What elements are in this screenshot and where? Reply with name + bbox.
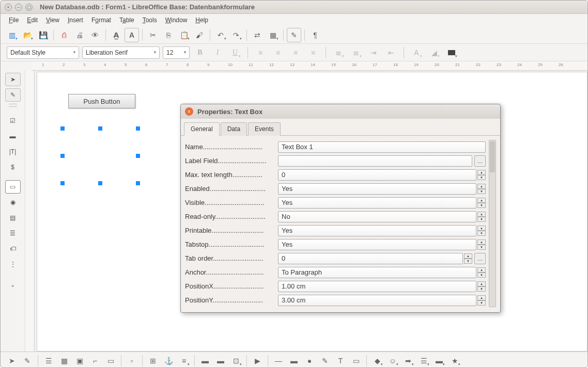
align-left-icon[interactable]: ≡ [253,45,268,60]
prop-input[interactable] [278,155,472,167]
menu-help[interactable]: Help [191,15,212,25]
arrows-icon[interactable]: ➡ [401,354,415,368]
font-size-combo[interactable]: 12▼ [163,46,190,59]
window-minimize-icon[interactable]: – [15,4,22,11]
text-tool-icon[interactable]: T [333,354,348,368]
prop-input[interactable]: Yes [278,183,476,195]
paste-icon[interactable]: 📋 [177,28,191,42]
basic-shapes-icon[interactable]: ◆ [370,354,384,368]
tab-data[interactable]: Data [221,122,247,136]
dialog-scrollbar[interactable] [489,140,496,307]
prop-spinner[interactable]: ▲▼ [477,170,486,180]
prop-spinner[interactable]: ▲▼ [477,281,486,292]
push-button-control-icon[interactable]: ▭ [5,180,21,194]
select-tool-icon[interactable]: ➤ [5,73,21,86]
prop-input[interactable]: 3.00 cm [278,295,476,306]
menu-view[interactable]: View [42,15,64,25]
font-name-combo[interactable]: Liberation Serif▼ [82,46,160,59]
control-props-icon[interactable]: ☰ [41,354,56,368]
line-tool-icon[interactable]: — [271,354,286,368]
resize-handle-sw[interactable] [60,181,65,185]
prop-spinner[interactable]: ▲▼ [477,239,486,250]
prop-input[interactable]: 0 [278,169,476,181]
prop-input[interactable]: 1.00 cm [278,281,476,292]
highlight-color-icon[interactable]: ◢ [427,45,441,60]
add-field-icon[interactable]: ▭ [103,354,118,368]
list-box-icon[interactable]: ▤ [5,211,21,225]
prop-input[interactable]: Yes [278,225,476,236]
formatted-field-icon[interactable]: |T| [5,145,21,158]
freeform-tool-icon[interactable]: ✎ [318,354,332,368]
menu-window[interactable]: Window [161,15,192,25]
prop-input[interactable]: Yes [278,239,476,250]
prop-spinner[interactable]: ▲▼ [477,267,486,278]
resize-handle-ne[interactable] [136,126,140,131]
align-tool-icon[interactable]: ≡ [177,354,191,368]
activation-order-icon[interactable]: ▫ [125,354,139,368]
currency-field-icon[interactable]: $ [5,161,21,174]
bring-front-icon[interactable]: ▬ [198,354,212,368]
group-icon[interactable]: ⊡ [229,354,243,368]
menu-edit[interactable]: Edit [23,15,42,25]
numbering-icon[interactable]: ≣ [349,45,363,60]
prop-spinner[interactable]: ▲▼ [477,212,486,222]
draw-functions-icon[interactable]: ✎ [287,28,301,42]
control-wizards-icon[interactable] [8,104,18,107]
menu-tools[interactable]: Tools [138,15,161,25]
tab-general[interactable]: General [184,122,220,136]
design-mode-toggle-icon[interactable]: ✎ [20,354,35,368]
prop-input[interactable]: No [278,211,476,222]
background-color-icon[interactable] [444,45,459,60]
window-close-icon[interactable]: × [5,4,12,11]
formatting-marks-icon[interactable]: ¶ [308,28,322,42]
form-props-icon[interactable]: ▦ [57,354,71,368]
find-replace-icon[interactable]: ⇄ [250,28,265,42]
prop-browse-button[interactable]: … [474,253,486,264]
callout-tool-icon[interactable]: ▭ [349,354,363,368]
textbox-control-icon[interactable]: ▬ [5,130,21,143]
underline-icon[interactable]: U [228,45,242,60]
align-center-icon[interactable]: ≡ [271,45,285,60]
prop-input[interactable]: Yes [278,197,476,209]
copy-icon[interactable]: ⎘ [161,28,176,42]
print-icon[interactable]: 🖨 [72,28,87,42]
undo-icon[interactable]: ↶ [213,28,228,42]
redo-icon[interactable]: ↷ [229,28,243,42]
menu-table[interactable]: Table [115,15,138,25]
increase-indent-icon[interactable]: ⇥ [366,45,381,60]
stars-icon[interactable]: ★ [447,354,462,368]
window-maximize-icon[interactable]: ▢ [25,4,33,11]
italic-icon[interactable]: I [210,45,225,60]
prop-input[interactable]: To Paragraph [278,267,476,278]
resize-handle-se[interactable] [136,181,140,185]
anchor-tool-icon[interactable]: ⚓ [161,354,176,368]
tab-events[interactable]: Events [248,122,281,136]
print-preview-icon[interactable]: 👁 [88,28,102,42]
resize-handle-n[interactable] [98,126,102,131]
resize-handle-e[interactable] [136,154,140,158]
prop-input[interactable]: Text Box 1 [278,141,486,153]
rect-tool-icon[interactable]: ▬ [287,354,301,368]
push-button-control[interactable]: Push Button [68,94,135,108]
option-button-icon[interactable]: ◉ [5,196,21,209]
align-justify-icon[interactable]: ≡ [306,45,320,60]
dialog-titlebar[interactable]: × Properties: Text Box [181,104,500,119]
vertical-ruler[interactable] [25,71,35,351]
decrease-indent-icon[interactable]: ⇤ [384,45,398,60]
resize-handle-nw[interactable] [60,126,65,131]
label-field-icon[interactable]: 🏷 [5,242,21,255]
design-mode-icon[interactable]: ✎ [5,88,21,102]
clone-format-icon[interactable]: 🖌 [192,28,207,42]
paragraph-style-combo[interactable]: Default Style▼ [7,46,79,59]
new-icon[interactable]: ▥ [5,28,19,42]
properties-dialog[interactable]: × Properties: Text Box General Data Even… [180,104,501,313]
autocorrect-icon[interactable]: A [125,28,139,42]
resize-handle-s[interactable] [98,181,102,185]
tab-order-icon[interactable]: ⌐ [88,354,102,368]
prop-spinner[interactable]: ▲▼ [477,184,486,194]
prop-spinner[interactable]: ▲▼ [477,226,486,236]
spellcheck-icon[interactable]: A̲ [109,28,123,42]
export-pdf-icon[interactable]: ⎙ [57,28,71,42]
save-icon[interactable]: 💾 [36,28,50,42]
run-icon[interactable]: ▶ [250,354,265,368]
